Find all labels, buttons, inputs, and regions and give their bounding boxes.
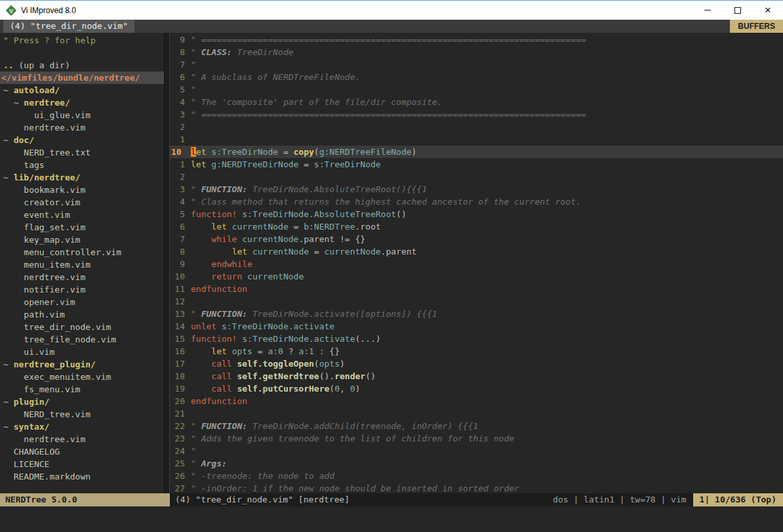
nerdtree-line[interactable]: NERD_tree.vim (0, 408, 164, 420)
nerdtree-line[interactable]: tree_file_node.vim (0, 333, 164, 346)
editor-line[interactable]: 3" FUNCTION: TreeDirNode.AbsoluteTreeRoo… (170, 183, 783, 195)
editor-line[interactable]: 9" =====================================… (170, 33, 783, 46)
text-segment (191, 346, 211, 356)
editor-line[interactable]: 18 call self.getNerdtree().render() (170, 370, 783, 382)
editor-line[interactable]: 4" The 'composite' part of the file/dir … (170, 96, 783, 108)
nerdtree-line[interactable]: NERD_tree.txt (0, 146, 164, 159)
nerdtree-line[interactable]: tree_dir_node.vim (0, 321, 164, 333)
editor-line[interactable]: 24" (170, 445, 783, 457)
gvim-window: V Vi IMproved 8.0 ✕ (4) "tree_dir_node.v… (0, 0, 783, 532)
nerdtree-line[interactable]: creator.vim (0, 196, 164, 209)
nerdtree-line[interactable]: ~ autoload/ (0, 84, 164, 96)
code-line: " FUNCTION: TreeDirNode.activate([option… (191, 308, 783, 320)
text-segment: ui_glue.vim (3, 110, 90, 120)
editor-line[interactable]: 1let g:NERDTreeDirNode = s:TreeDirNode (170, 158, 783, 171)
editor-line[interactable]: 7" (170, 58, 783, 71)
text-segment: syntax/ (14, 422, 50, 432)
vertical-split[interactable] (164, 33, 170, 493)
nerdtree-line[interactable]: bookmark.vim (0, 184, 164, 196)
text-segment: currentNode (232, 222, 289, 232)
nerdtree-line[interactable]: README.markdown (0, 470, 164, 483)
editor-line[interactable]: 5" (170, 83, 783, 96)
code-line: " FUNCTION: TreeDirNode.AbsoluteTreeRoot… (191, 183, 783, 195)
text-segment: menu_controller.vim (3, 247, 121, 257)
maximize-button[interactable] (723, 1, 753, 20)
line-number: 1 (170, 133, 191, 146)
editor-line[interactable]: 21 (170, 407, 783, 420)
nerdtree-line[interactable]: event.vim (0, 209, 164, 221)
nerdtree-line[interactable]: exec_menuitem.vim (0, 371, 164, 383)
text-segment: bookmark.vim (3, 185, 85, 195)
nerdtree-line[interactable]: nerdtree.vim (0, 121, 164, 134)
editor-line[interactable]: 19 call self.putCursorHere(0, 0) (170, 382, 783, 395)
editor-line[interactable]: 22" FUNCTION: TreeDirNode.addChild(treen… (170, 420, 783, 432)
editor-line[interactable]: 1 (170, 133, 783, 146)
editor-line[interactable]: 23" Adds the given treenode to the list … (170, 432, 783, 445)
editor-line[interactable]: 8" CLASS: TreeDirNode (170, 46, 783, 58)
editor-line[interactable]: 11endfunction (170, 283, 783, 295)
nerdtree-line[interactable]: menu_controller.vim (0, 246, 164, 258)
editor-line[interactable]: 25" Args: (170, 457, 783, 470)
nerdtree-line[interactable]: " Press ? for help (0, 34, 164, 47)
editor-line[interactable]: 7 while currentNode.parent != {} (170, 233, 783, 245)
command-line[interactable] (0, 506, 783, 532)
editor-line[interactable]: 13" FUNCTION: TreeDirNode.activate([opti… (170, 308, 783, 320)
editor-line[interactable]: 6" A subclass of NERDTreeFileNode. (170, 71, 783, 83)
editor-line[interactable]: 6 let currentNode = b:NERDTree.root (170, 220, 783, 233)
nerdtree-line[interactable]: notifier.vim (0, 283, 164, 296)
nerdtree-line[interactable]: menu_item.vim (0, 258, 164, 271)
editor-line[interactable]: 2 (170, 171, 783, 183)
nerdtree-line[interactable]: ~ nerdtree/ (0, 96, 164, 109)
nerdtree-line[interactable]: nerdtree.vim (0, 433, 164, 445)
nerdtree-line[interactable]: LICENCE (0, 458, 164, 470)
editor-line[interactable]: 8 let currentNode = currentNode.parent (170, 245, 783, 258)
editor-line[interactable]: 15function! s:TreeDirNode.activate(...) (170, 333, 783, 345)
nerdtree-line[interactable]: nerdtree.vim (0, 271, 164, 283)
text-segment: TreeDirNode.AbsoluteTreeRoot(){{{1 (247, 184, 427, 194)
line-number: 25 (170, 457, 191, 470)
editor-line[interactable]: 20endfunction (170, 395, 783, 407)
editor-line[interactable]: 16 let opts = a:0 ? a:1 : {} (170, 345, 783, 358)
text-segment (247, 247, 252, 256)
text-segment: LICENCE (3, 459, 49, 469)
close-button[interactable]: ✕ (753, 1, 783, 20)
nerdtree-line[interactable]: ~ doc/ (0, 134, 164, 146)
code-line: call self.getNerdtree().render() (191, 370, 783, 382)
editor-line[interactable]: 12 (170, 295, 783, 308)
nerdtree-line[interactable]: opener.vim (0, 296, 164, 308)
editor-line[interactable]: 17 call self.toggleOpen(opts) (170, 358, 783, 370)
nerdtree-line[interactable]: CHANGELOG (0, 445, 164, 458)
editor-line[interactable]: 2 (170, 121, 783, 133)
editor-line[interactable]: 14unlet s:TreeDirNode.activate (170, 320, 783, 333)
nerdtree-line[interactable]: .. (up a dir) (0, 59, 164, 72)
text-segment (191, 272, 211, 281)
editor-line[interactable]: 3" =====================================… (170, 108, 783, 121)
text-segment: , (340, 384, 350, 394)
editor-line[interactable]: 27" -inOrder: 1 if the new node should b… (170, 482, 783, 493)
nerdtree-line[interactable]: tags (0, 159, 164, 171)
titlebar[interactable]: V Vi IMproved 8.0 ✕ (0, 1, 783, 20)
nerdtree-line[interactable]: path.vim (0, 308, 164, 321)
text-segment: notifier.vim (3, 285, 85, 295)
editor-line[interactable]: 10let s:TreeDirNode = copy(g:NERDTreeFil… (170, 146, 783, 158)
nerdtree-line[interactable]: ~ syntax/ (0, 420, 164, 433)
text-segment: endfunction (191, 284, 247, 294)
line-number: 3 (170, 183, 191, 195)
editor-line[interactable]: 4" Class method that returns the highest… (170, 195, 783, 208)
nerdtree-line[interactable]: ui_glue.vim (0, 109, 164, 121)
minimize-button[interactable] (693, 1, 723, 20)
nerdtree-line[interactable]: ~ nerdtree_plugin/ (0, 358, 164, 371)
nerdtree-line[interactable]: ~ lib/nerdtree/ (0, 171, 164, 184)
buffer-tab[interactable]: (4) "tree_dir_node.vim" (3, 20, 134, 33)
nerdtree-line[interactable]: ~ plugin/ (0, 396, 164, 408)
editor-line[interactable]: 10 return currentNode (170, 270, 783, 283)
nerdtree-line[interactable]: key_map.vim (0, 234, 164, 246)
nerdtree-line[interactable]: ui.vim (0, 346, 164, 358)
nerdtree-line[interactable]: flag_set.vim (0, 221, 164, 234)
editor-line[interactable]: 26" -treenode: the node to add (170, 470, 783, 482)
nerdtree-line[interactable]: </vimfiles/bundle/nerdtree/ (0, 72, 164, 84)
nerdtree-line[interactable]: fs_menu.vim (0, 383, 164, 396)
text-segment: " Press ? for help (3, 35, 96, 45)
editor-line[interactable]: 5function! s:TreeDirNode.AbsoluteTreeRoo… (170, 208, 783, 220)
editor-line[interactable]: 9 endwhile (170, 258, 783, 270)
